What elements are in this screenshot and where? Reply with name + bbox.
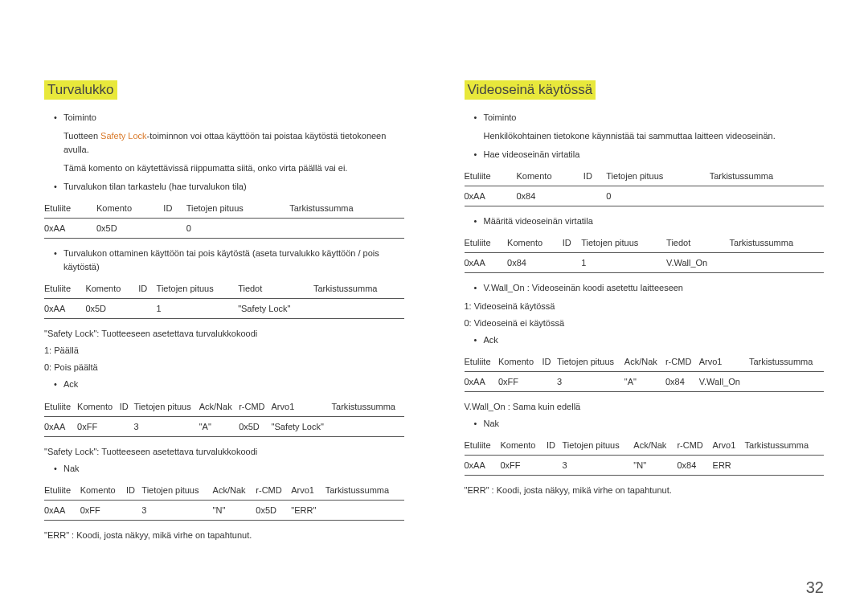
label-toiminto-r: Toiminto xyxy=(484,112,517,122)
table-right-2: Etuliite Komento ID Tietojen pituus Tied… xyxy=(465,233,825,273)
table-left-3: Etuliite Komento ID Tietojen pituus Ack/… xyxy=(44,397,404,437)
table-left-1: Etuliite Komento ID Tietojen pituus Tark… xyxy=(44,198,404,239)
bullet-nak: Nak xyxy=(44,462,404,476)
left-column: Turvalukko Toiminto Tuotteen Safety Lock… xyxy=(44,80,404,546)
table-left-4: Etuliite Komento ID Tietojen pituus Ack/… xyxy=(44,480,404,521)
accent-safety-lock: Safety Lock xyxy=(100,131,146,141)
text-err-desc-left: "ERR" : Koodi, josta näkyy, mikä virhe o… xyxy=(44,529,404,542)
bullet-toiminto-r: Toiminto xyxy=(465,111,825,125)
text-0-off: 0: Pois päältä xyxy=(44,361,404,374)
table-right-4: Etuliite Komento ID Tietojen pituus Ack/… xyxy=(465,435,825,476)
text-1-enabled: 1: Videoseinä käytössä xyxy=(465,300,825,313)
bullet-ack-r: Ack xyxy=(465,333,825,347)
bullet-get-status-r: Hae videoseinän virtatila xyxy=(465,148,825,161)
bullet-toiminto: Toiminto xyxy=(44,111,404,125)
section-heading-videoseina: Videoseinä käytössä xyxy=(465,80,596,100)
label-toiminto: Toiminto xyxy=(63,112,96,122)
table-right-1: Etuliite Komento ID Tietojen pituus Tark… xyxy=(465,166,825,206)
text-safety-lock-code-2: "Safety Lock": Tuotteeseen asetettava tu… xyxy=(44,445,404,459)
toiminto-desc-r: Henkilökohtainen tietokone käynnistää ta… xyxy=(465,129,825,143)
text-1-on: 1: Päällä xyxy=(44,344,404,358)
bullet-view-status: Turvalukon tilan tarkastelu (hae turvalu… xyxy=(44,180,404,194)
bullet-enable-disable: Turvalukon ottaminen käyttöön tai pois k… xyxy=(44,247,404,274)
table-right-3: Etuliite Komento ID Tietojen pituus Ack/… xyxy=(465,352,825,392)
text-0-disabled: 0: Videoseinä ei käytössä xyxy=(465,317,825,330)
table-left-2: Etuliite Komento ID Tietojen pituus Tied… xyxy=(44,279,404,319)
page-number: 32 xyxy=(806,578,824,597)
bullet-set-status-r: Määritä videoseinän virtatila xyxy=(465,215,825,228)
text-vwall-same: V.Wall_On : Sama kuin edellä xyxy=(465,400,825,414)
section-heading-turvalukko: Turvalukko xyxy=(44,80,117,100)
right-column: Videoseinä käytössä Toiminto Henkilökoht… xyxy=(465,80,825,546)
text-err-desc-right: "ERR" : Koodi, josta näkyy, mikä virhe o… xyxy=(465,484,825,497)
two-column-layout: Turvalukko Toiminto Tuotteen Safety Lock… xyxy=(44,80,824,546)
bullet-vwall-on-desc: V.Wall_On : Videoseinän koodi asetettu l… xyxy=(465,281,825,295)
bullet-nak-r: Nak xyxy=(465,417,825,431)
toiminto-desc-2: Tämä komento on käytettävissä riippumatt… xyxy=(44,161,404,175)
toiminto-desc-1: Tuotteen Safety Lock-toiminnon voi ottaa… xyxy=(44,129,404,157)
bullet-ack: Ack xyxy=(44,378,404,391)
text-safety-lock-code-1: "Safety Lock": Tuotteeseen asetettava tu… xyxy=(44,327,404,341)
